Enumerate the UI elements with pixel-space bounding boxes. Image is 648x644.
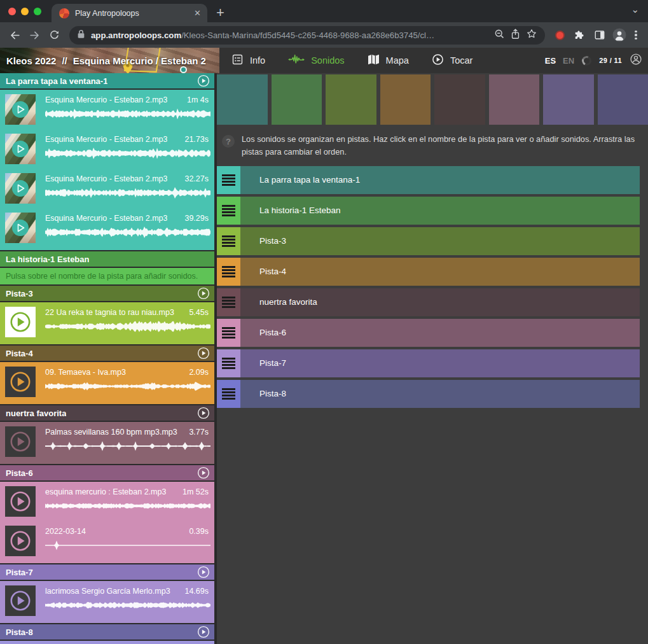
clip-play-button[interactable] [9, 589, 32, 612]
track-header[interactable]: Pista-4 [0, 346, 214, 361]
bookmark-star-icon[interactable] [526, 28, 537, 42]
browser-tab[interactable]: Play Antropoloops ✕ [52, 4, 207, 22]
audio-clip[interactable]: 2022-03-140.39s [0, 521, 214, 561]
clip-duration: 3.77s [189, 428, 209, 437]
breadcrumb-project[interactable]: Kleos 2022 [6, 55, 56, 66]
tab-close-icon[interactable]: ✕ [194, 9, 201, 17]
audio-clip[interactable]: Esquina Mercurio - Esteban 2.mp321.73s [0, 129, 214, 169]
track-header[interactable]: La parra tapa la ventana-1 [0, 73, 214, 88]
nav-item-mapa[interactable]: Mapa [368, 54, 409, 67]
track-row-button[interactable]: Pista-4 [240, 258, 640, 286]
clip-play-button[interactable] [9, 529, 32, 552]
clip-filename: lacrimosa Sergio García Merlo.mp3 [45, 587, 170, 596]
mixer-column-swatch[interactable] [380, 74, 431, 125]
track-header[interactable]: Pista-3 [0, 286, 214, 301]
close-window-button[interactable] [8, 8, 16, 15]
extensions-puzzle-icon[interactable] [570, 26, 589, 45]
track-header[interactable]: La historia-1 Esteban [0, 251, 214, 267]
track-drag-handle[interactable] [217, 380, 240, 408]
url-bar[interactable]: app.antropoloops.com/Kleos-Santa-Marina/… [69, 26, 545, 45]
audio-clip[interactable]: Esquina Mercurio - Esteban 2.mp339.29s [0, 208, 214, 248]
track-play-icon[interactable] [197, 74, 210, 87]
audio-clip[interactable]: Esquina Mercurio - Esteban 2.mp31m 4s [0, 90, 214, 129]
language-toggle-en[interactable]: EN [563, 56, 574, 66]
track-row-button[interactable]: nuertra favorita [240, 288, 640, 316]
mixer-column-swatch[interactable] [489, 74, 540, 125]
forward-button[interactable] [25, 26, 44, 45]
audio-clip[interactable]: esquina mercurio : Esteban 2.mp31m 52s [0, 482, 214, 521]
account-icon[interactable] [630, 53, 642, 68]
track-drag-handle[interactable] [217, 349, 240, 377]
record-extension-icon[interactable] [551, 26, 569, 45]
track-drag-handle[interactable] [217, 166, 240, 194]
clip-play-button[interactable] [9, 490, 32, 513]
track-drag-handle[interactable] [217, 227, 240, 255]
nav-item-tocar[interactable]: Tocar [432, 53, 472, 67]
track-header[interactable]: Pista-6 [0, 465, 214, 480]
track-play-icon[interactable] [197, 626, 210, 638]
track-play-icon[interactable] [197, 347, 210, 360]
mixer-column-swatch[interactable] [272, 74, 322, 125]
mixer-column-swatch[interactable] [217, 74, 268, 125]
back-button[interactable] [6, 26, 24, 45]
track-header[interactable]: nuertra favorita [0, 405, 214, 421]
track-drag-handle[interactable] [217, 197, 240, 225]
audio-clip[interactable]: 22 Ua reka te tagnia to rau niau.mp35.45… [0, 302, 214, 342]
mixer-column-swatch[interactable] [598, 74, 648, 125]
clip-play-button[interactable] [9, 430, 32, 453]
tab-search-chevron-icon[interactable]: ⌄ [631, 4, 639, 14]
track-row-button[interactable]: Pista-3 [240, 227, 640, 255]
audio-clip[interactable]: lacrimosa Sergio García Merlo.mp314.69s [0, 581, 214, 620]
clip-duration: 1m 4s [187, 95, 209, 104]
audio-clip[interactable]: Palmas sevillanas 160 bpm mp3.mp33.77s [0, 422, 214, 461]
clip-duration: 14.69s [184, 587, 209, 596]
language-toggle-es[interactable]: ES [545, 56, 556, 66]
breadcrumb-title: Esquina Mercurio / Esteban 2 [73, 55, 206, 66]
profile-avatar-icon[interactable] [610, 26, 628, 45]
minimize-window-button[interactable] [21, 8, 29, 15]
content-area: La parra tapa la ventana-1Esquina Mercur… [0, 73, 648, 644]
clip-duration: 21.73s [184, 135, 209, 144]
clip-waveform [45, 537, 209, 554]
nav-item-sonidos[interactable]: Sonidos [288, 54, 344, 67]
nav-item-info[interactable]: Info [231, 53, 265, 67]
track-play-icon[interactable] [197, 466, 210, 479]
mixer-column-swatch[interactable] [543, 74, 594, 125]
audio-clip[interactable]: 09. Temaeva - Iva.mp32.09s [0, 362, 214, 402]
track-play-icon[interactable] [197, 407, 210, 419]
track-row-button[interactable]: La historia-1 Esteban [240, 197, 640, 225]
track-row: La parra tapa la ventana-1 [217, 166, 640, 194]
track-drag-handle[interactable] [217, 258, 240, 286]
track-drag-handle[interactable] [217, 288, 240, 316]
browser-menu-icon[interactable] [630, 26, 642, 45]
clip-play-button[interactable] [11, 179, 29, 197]
drag-handle-icon [222, 205, 235, 216]
audio-clip[interactable]: Esquina Mercurio - Esteban 2.mp332.27s [0, 169, 214, 208]
mixer-column-swatch[interactable] [326, 74, 376, 125]
clip-thumbnail [5, 526, 36, 556]
track-drag-handle[interactable] [217, 319, 240, 347]
fullscreen-window-button[interactable] [34, 8, 41, 15]
track-name: Pista-8 [6, 627, 33, 637]
track-row-button[interactable]: Pista-8 [240, 380, 640, 408]
clip-play-button[interactable] [11, 101, 29, 118]
track-row-button[interactable]: Pista-6 [240, 319, 640, 347]
track-header[interactable]: Pista-8 [0, 624, 214, 640]
track-play-icon[interactable] [197, 566, 210, 578]
clip-play-button[interactable] [11, 140, 29, 158]
mixer-column-swatch[interactable] [434, 74, 485, 125]
clip-play-button[interactable] [11, 219, 29, 237]
track-row-label: Pista-4 [259, 267, 286, 276]
share-icon[interactable] [511, 29, 520, 42]
track-row-button[interactable]: La parra tapa la ventana-1 [240, 166, 640, 194]
track-row-button[interactable]: Pista-7 [240, 349, 640, 377]
clip-play-button[interactable] [9, 370, 32, 393]
zoom-out-icon[interactable] [494, 29, 505, 42]
clip-play-button[interactable] [9, 311, 32, 333]
reload-button[interactable] [45, 26, 64, 45]
side-panel-icon[interactable] [590, 26, 609, 45]
project-banner[interactable]: Kleos 2022 // Esquina Mercurio / Esteban… [0, 48, 219, 73]
track-play-icon[interactable] [197, 287, 210, 300]
track-header[interactable]: Pista-7 [0, 564, 214, 580]
new-tab-button[interactable]: + [216, 6, 224, 20]
